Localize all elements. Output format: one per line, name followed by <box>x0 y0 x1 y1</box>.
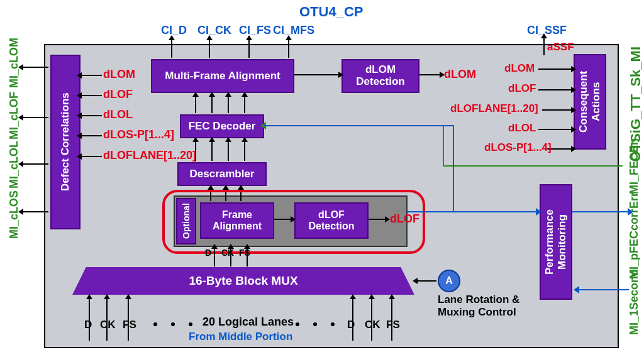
dot <box>171 322 175 326</box>
ms-d: D <box>205 248 211 258</box>
m-u3 <box>247 248 248 266</box>
lanes-label: 20 Logical Lanes <box>203 315 294 329</box>
dot <box>153 322 157 326</box>
r-in-0 <box>538 69 572 70</box>
arrow-dlom-in <box>80 75 102 76</box>
arrow-clof-out <box>22 117 48 118</box>
dot <box>296 322 299 326</box>
highlight-box <box>162 190 425 254</box>
assf-lbl: aSSF <box>547 41 574 53</box>
conseq-block: Consequent Actions <box>574 54 606 150</box>
circle-a: A <box>438 270 460 292</box>
aseg <box>543 52 545 55</box>
r-in-3 <box>538 129 572 130</box>
dr-4: dLOS-P[1...4] <box>484 141 552 154</box>
bseg1 <box>408 211 537 212</box>
dlom-out-lbl: dLOM <box>444 68 476 81</box>
diagram: OTU4_CP CI_D CI_CK CI_FS CI_MFS CI_SSF M… <box>0 0 644 362</box>
arrow-cimfs-up <box>288 39 289 58</box>
fec-block: FEC Decoder <box>180 114 264 138</box>
f-u1 <box>195 96 196 113</box>
mux-block: 16-Byte Block MUX <box>72 267 414 295</box>
dot <box>331 322 335 326</box>
d-left-2: dLOL <box>103 108 133 121</box>
arrow-cick-up <box>209 39 210 58</box>
arrow-clol-out <box>22 163 48 165</box>
d-left-1: dLOF <box>103 88 133 101</box>
dr-3: dLOL <box>508 122 536 134</box>
arrow-mfa-dlom <box>294 74 340 75</box>
arrow-dlom-out <box>419 74 441 75</box>
mfa-block: Multi-Frame Alignment <box>151 59 294 93</box>
la-d: D <box>84 319 92 331</box>
ci-mfs: CI_MFS <box>273 24 314 37</box>
arrow-dlosp-in <box>80 135 102 136</box>
d-left-0: dLOM <box>103 68 135 81</box>
lb-fs: FS <box>386 319 400 331</box>
ci-fs: CI_FS <box>239 24 271 37</box>
la-fs: FS <box>123 319 136 331</box>
arrow-dlol-in <box>80 115 102 116</box>
ms-ck: CK <box>221 248 234 258</box>
bout1 <box>572 211 629 212</box>
arrow-dloflane-in <box>80 156 102 157</box>
from-mid: From Middle Portion <box>189 331 292 343</box>
mi-pfec: MI_pFECcorrErr <box>628 192 641 279</box>
dot <box>313 322 317 326</box>
gseg3 <box>443 165 623 167</box>
r-in-1 <box>538 89 572 90</box>
lb-d: D <box>347 319 355 331</box>
ci-ck: CI_CK <box>197 24 231 37</box>
mi-1sec: MI_1Second <box>628 269 641 335</box>
dr-0: dLOM <box>504 62 535 75</box>
bout2 <box>579 289 629 290</box>
arrow-clos-out <box>22 211 48 212</box>
m-u2 <box>230 248 231 266</box>
arrow-clom-out <box>22 67 48 68</box>
arrow-dlof-in <box>80 95 102 96</box>
m-u1 <box>214 248 215 266</box>
arrow-a-mux <box>416 280 436 282</box>
f-u2 <box>211 96 213 113</box>
arrow-cifs-up <box>248 39 250 58</box>
bseg3 <box>264 125 453 126</box>
title: OTU4_CP <box>299 4 363 20</box>
f-u3 <box>228 96 229 113</box>
gseg2 <box>443 125 444 167</box>
r-in-2 <box>542 109 572 111</box>
bout1-head <box>628 208 633 216</box>
dot <box>189 322 192 326</box>
la-ck: CK <box>100 319 116 331</box>
lane-ctrl: Lane Rotation & Muxing Control <box>438 293 538 319</box>
sidebar-right: OTSiG_TT_Sk_MI <box>628 47 644 162</box>
dr-2: dLOFLANE[1..20] <box>450 102 538 115</box>
mi-clom: MI_cLOM <box>8 38 21 88</box>
f-u4 <box>244 96 245 113</box>
lb-ck: CK <box>365 319 380 331</box>
bseg2 <box>453 125 454 211</box>
d-u4 <box>244 141 245 161</box>
d-u3 <box>228 141 229 161</box>
dr-1: dLOF <box>508 82 536 95</box>
d-left-3: dLOS-P[1...4] <box>103 128 174 141</box>
perf-block: Performance Monitoring <box>540 184 572 300</box>
d-u2 <box>211 141 213 161</box>
d-u1 <box>195 141 196 161</box>
arrow-cid-up <box>171 39 172 58</box>
bout2-head <box>574 286 579 293</box>
dlom-block: dLOM Detection <box>341 59 419 93</box>
defect-corr: Defect Correlations <box>50 55 80 229</box>
ms-fs: FS <box>239 248 250 258</box>
b-arrowhead-perf <box>536 208 541 216</box>
descr-block: Descrambler <box>177 162 267 186</box>
d-left-4: dLOFLANE[1..20] <box>103 149 196 162</box>
arrow-cissf-up <box>543 37 545 53</box>
